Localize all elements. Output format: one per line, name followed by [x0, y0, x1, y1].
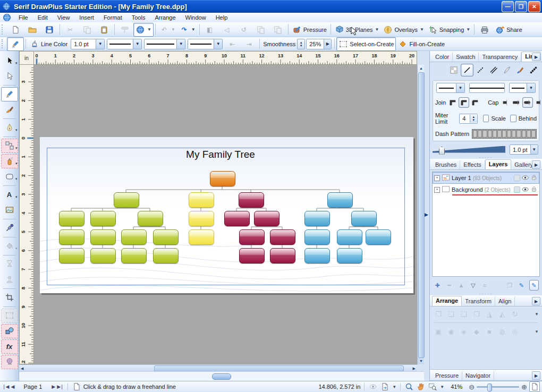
node-expand-button[interactable]: ⇥ — [241, 37, 258, 51]
tree-box-green[interactable] — [59, 248, 84, 263]
snapping-button[interactable]: Snapping▼ — [426, 23, 472, 37]
tree-box-blue[interactable] — [337, 229, 362, 245]
node-tool[interactable] — [1, 69, 18, 83]
menu-item-format[interactable]: Format — [99, 14, 127, 21]
edit-all-layers-button[interactable]: ✎ — [529, 280, 539, 291]
tab-overflow-arrow[interactable]: ▶ — [532, 371, 540, 380]
rotate-button[interactable]: ↺ — [235, 23, 252, 37]
format-painter-button[interactable] — [116, 23, 133, 37]
tree-box-green[interactable] — [138, 211, 163, 226]
cap-square-button[interactable] — [511, 97, 522, 108]
zoom-in-button[interactable]: ⊕ — [521, 383, 527, 391]
studio-tab-arrange[interactable]: Arrange — [432, 296, 462, 306]
vertical-scrollbar[interactable]: ▲ ▼ — [417, 65, 424, 364]
intersect-button[interactable]: ◉ — [446, 326, 456, 337]
miter-limit-input[interactable]: 4 ▲▼ — [459, 114, 478, 124]
preview-eye-icon[interactable] — [368, 382, 378, 391]
restore-button[interactable]: ❐ — [515, 1, 527, 12]
close-button[interactable]: ✕ — [528, 1, 540, 12]
warp-tool[interactable] — [1, 272, 18, 287]
menu-item-help[interactable]: Help — [211, 14, 233, 21]
scroll-left-icon[interactable]: ◀ — [21, 367, 23, 371]
zoom-slider[interactable] — [477, 386, 519, 388]
rotate-button[interactable]: ↻ — [510, 309, 520, 319]
cap-round-button[interactable] — [522, 97, 533, 108]
print-button[interactable] — [476, 23, 493, 37]
insert-web-object-button[interactable]: ▼ — [133, 23, 154, 37]
quickshape-tool[interactable]: ▾ — [1, 169, 18, 184]
combine-button[interactable]: ▣ — [433, 326, 444, 337]
paste-button[interactable] — [96, 23, 113, 37]
dropper-tool[interactable] — [1, 221, 18, 235]
toolbar-grip[interactable] — [2, 24, 5, 35]
menu-item-window[interactable]: Window — [181, 14, 211, 21]
horizontal-scrollbar[interactable]: ◀ ▶ — [19, 364, 417, 371]
fx-tool[interactable]: fx — [1, 339, 18, 354]
canvas[interactable]: My Family Tree — [34, 65, 417, 364]
tree-box-green[interactable] — [59, 211, 84, 226]
magnifier-icon[interactable] — [404, 382, 414, 391]
select-frame-tool[interactable] — [1, 309, 18, 323]
scale-checkbox[interactable] — [483, 115, 489, 122]
freehand-pencil-button[interactable] — [7, 37, 24, 51]
tree-box-maroon[interactable] — [239, 192, 264, 208]
spray-tool[interactable]: ▾ — [1, 154, 18, 168]
zoom-out-button[interactable]: ⊖ — [469, 383, 475, 391]
flip-horizontal-button[interactable]: ◧ — [201, 23, 218, 37]
join-miter-button[interactable] — [447, 97, 458, 108]
blend-tool[interactable] — [1, 324, 18, 338]
studio-tab-navigator[interactable]: Navigator — [462, 371, 494, 380]
studio-tab-effects[interactable]: Effects — [460, 160, 485, 169]
pointer-tool[interactable]: ▾ — [1, 54, 18, 68]
line-color-button[interactable]: Line Color — [28, 37, 70, 51]
layer-row-background[interactable]: +Background(2 Objects) — [433, 184, 539, 195]
chevron-down-icon[interactable]: ▼ — [535, 329, 539, 334]
stroke-charcoal-icon[interactable] — [527, 64, 540, 76]
flip-horizontal-button[interactable]: ◭ — [497, 309, 507, 319]
tree-box-blue[interactable] — [337, 248, 362, 263]
smoothness-stepper[interactable]: ▲▼ — [297, 39, 305, 49]
panel-collapse-arrow[interactable]: ▶ — [425, 210, 429, 219]
studio-tab-swatch[interactable]: Swatch — [453, 53, 479, 62]
tree-box-yellow[interactable] — [189, 211, 214, 226]
line-style-select-1[interactable]: ▼ — [107, 39, 142, 49]
stroke-feather-icon[interactable] — [501, 64, 513, 76]
layer-expand-icon[interactable]: + — [434, 187, 440, 193]
tree-box-maroon[interactable] — [239, 248, 265, 263]
stroke-double-icon[interactable] — [487, 64, 500, 76]
smoothness-select[interactable]: 25% ▶ — [306, 39, 332, 49]
add-layer-button[interactable]: ✚ — [433, 280, 442, 290]
chevron-down-icon[interactable]: ▼ — [392, 385, 396, 389]
menu-item-file[interactable]: File — [14, 14, 33, 21]
tree-box-maroon[interactable] — [254, 211, 280, 226]
eye-icon[interactable] — [521, 185, 529, 194]
picture-frame-tool[interactable] — [1, 203, 18, 217]
toolbar-grip[interactable] — [2, 39, 5, 49]
vertical-scroll-thumb[interactable] — [418, 72, 425, 358]
join-round-button[interactable] — [459, 97, 469, 108]
tree-box-green[interactable] — [90, 211, 116, 226]
cap-extend-button[interactable] — [533, 97, 542, 108]
flip-vertical-button[interactable]: ◁ — [218, 23, 235, 37]
studio-tab-transform[interactable]: Transform — [462, 297, 495, 306]
paintbrush-tool[interactable] — [1, 103, 18, 117]
tree-box-maroon[interactable] — [270, 248, 295, 263]
tree-box-blue[interactable] — [304, 211, 330, 226]
tree-box-green[interactable] — [121, 229, 147, 245]
fill-on-create-toggle[interactable]: Fill-on-Create — [396, 37, 447, 51]
tree-box-green[interactable] — [153, 229, 179, 245]
next-page-button[interactable]: ▶ — [52, 384, 55, 389]
panel-line-style-select-1[interactable]: ▼ — [436, 83, 465, 93]
tree-box-blue[interactable] — [351, 211, 377, 226]
merge-layer-button[interactable]: ≡ — [481, 280, 489, 290]
tab-overflow-arrow[interactable]: ▶ — [532, 297, 540, 305]
minimize-button[interactable]: — — [502, 1, 514, 12]
layer-row-layer-1[interactable]: +Layer 1(93 Objects) — [433, 172, 539, 184]
shadow-tool[interactable] — [1, 355, 18, 369]
connector-tool[interactable]: ▾ — [1, 139, 18, 153]
menu-item-insert[interactable]: Insert — [74, 14, 99, 21]
menu-item-arrange[interactable]: Arrange — [150, 14, 180, 21]
send-backward-button[interactable]: ❑ — [459, 309, 469, 319]
cap-butt-button[interactable] — [500, 97, 511, 108]
tree-box-maroon[interactable] — [239, 229, 265, 245]
